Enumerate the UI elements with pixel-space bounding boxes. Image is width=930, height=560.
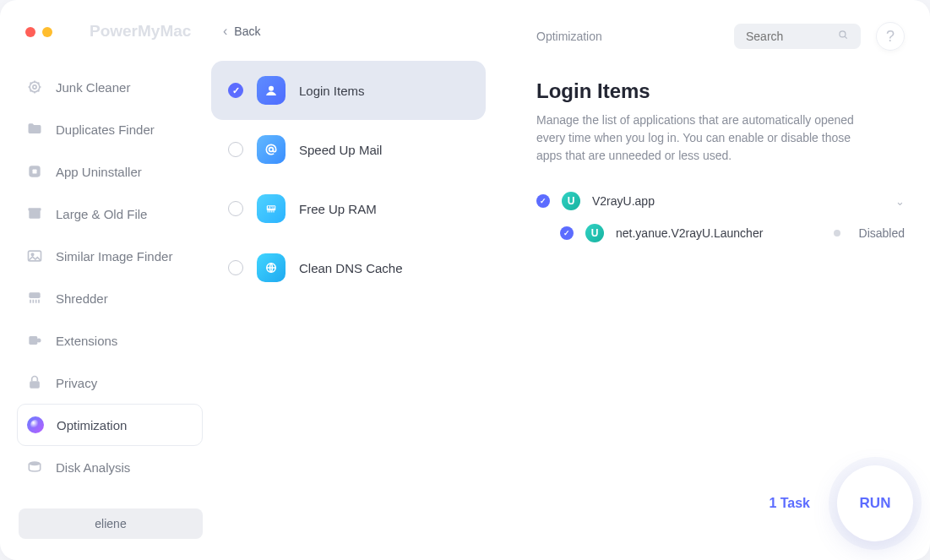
sidebar-item-duplicates-finder[interactable]: Duplicates Finder bbox=[0, 108, 211, 150]
sidebar-item-privacy[interactable]: Privacy bbox=[0, 362, 211, 404]
svg-point-10 bbox=[37, 339, 41, 343]
svg-point-13 bbox=[269, 86, 274, 91]
svg-point-1 bbox=[33, 85, 36, 89]
window-controls bbox=[25, 27, 52, 37]
at-sign-icon bbox=[257, 135, 286, 164]
svg-text:RAM: RAM bbox=[268, 206, 275, 209]
user-circle-icon bbox=[257, 76, 286, 105]
option-free-up-ram[interactable]: RAM Free Up RAM bbox=[211, 179, 486, 238]
run-button[interactable]: RUN bbox=[837, 465, 913, 541]
gear-icon bbox=[25, 78, 44, 96]
dns-globe-icon bbox=[257, 253, 286, 282]
ram-chip-icon: RAM bbox=[257, 194, 286, 223]
section-title: Login Items bbox=[536, 79, 905, 103]
back-label: Back bbox=[234, 24, 260, 38]
svg-rect-5 bbox=[29, 208, 41, 210]
folder-icon bbox=[25, 120, 44, 139]
lock-icon bbox=[25, 373, 44, 392]
v2rayu-launcher-icon: U bbox=[585, 224, 604, 242]
sidebar-item-disk-analysis[interactable]: Disk Analysis bbox=[0, 446, 211, 488]
svg-point-18 bbox=[840, 31, 846, 37]
svg-point-0 bbox=[30, 82, 40, 92]
breadcrumb: Optimization bbox=[536, 30, 602, 43]
login-item-child[interactable]: U net.yanue.V2rayU.Launcher Disabled bbox=[511, 217, 930, 249]
chevron-down-icon[interactable]: ⌄ bbox=[895, 195, 905, 208]
optimization-options-panel: ‹ Back Login Items Speed Up Mail RAM Fre… bbox=[211, 0, 511, 560]
checkbox-v2rayu-app[interactable] bbox=[536, 194, 550, 208]
run-label: RUN bbox=[860, 495, 891, 512]
question-icon: ? bbox=[886, 28, 895, 46]
checkbox-clean-dns[interactable] bbox=[228, 260, 243, 275]
checkbox-free-up-ram[interactable] bbox=[228, 201, 243, 216]
sidebar-item-label: Extensions bbox=[56, 334, 117, 348]
archive-icon bbox=[25, 204, 44, 223]
option-label: Clean DNS Cache bbox=[299, 261, 403, 275]
checkbox-speed-up-mail[interactable] bbox=[228, 142, 243, 157]
login-item-name: V2rayU.app bbox=[592, 194, 655, 208]
search-input-wrapper[interactable] bbox=[734, 24, 861, 49]
puzzle-icon bbox=[25, 331, 44, 350]
sidebar-item-label: Large & Old File bbox=[56, 207, 147, 221]
details-panel: Optimization ? Login Items Manage the li… bbox=[511, 0, 930, 560]
optimization-icon bbox=[26, 416, 45, 434]
login-item-parent[interactable]: U V2rayU.app ⌄ bbox=[511, 185, 930, 217]
checkbox-v2rayu-launcher[interactable] bbox=[560, 226, 574, 240]
status-text: Disabled bbox=[859, 226, 905, 240]
option-label: Free Up RAM bbox=[299, 202, 377, 216]
sidebar-item-label: Junk Cleaner bbox=[56, 80, 130, 95]
svg-rect-8 bbox=[29, 292, 40, 298]
checkbox-login-items[interactable] bbox=[228, 83, 243, 98]
app-title: PowerMyMac bbox=[90, 22, 191, 41]
sidebar-item-label: Duplicates Finder bbox=[56, 122, 155, 137]
svg-rect-3 bbox=[33, 170, 37, 174]
status-dot-icon bbox=[834, 230, 840, 237]
option-label: Speed Up Mail bbox=[299, 143, 382, 157]
back-button[interactable]: ‹ Back bbox=[211, 14, 511, 61]
search-input[interactable] bbox=[746, 30, 837, 43]
sidebar-item-similar-image-finder[interactable]: Similar Image Finder bbox=[0, 235, 211, 277]
svg-rect-11 bbox=[30, 381, 40, 388]
sidebar-item-label: App Uninstaller bbox=[56, 165, 142, 179]
sidebar-item-app-uninstaller[interactable]: App Uninstaller bbox=[0, 150, 211, 193]
shredder-icon bbox=[25, 289, 44, 307]
sidebar-item-extensions[interactable]: Extensions bbox=[0, 319, 211, 362]
sidebar-item-junk-cleaner[interactable]: Junk Cleaner bbox=[0, 66, 211, 108]
chevron-left-icon: ‹ bbox=[223, 24, 227, 39]
image-icon bbox=[25, 247, 44, 265]
user-badge[interactable]: eliene bbox=[19, 508, 203, 539]
svg-point-12 bbox=[29, 461, 40, 465]
sidebar-item-label: Disk Analysis bbox=[56, 460, 130, 475]
sidebar-item-optimization[interactable]: Optimization bbox=[17, 404, 203, 446]
details-header: Optimization ? bbox=[511, 14, 930, 51]
svg-point-7 bbox=[31, 253, 34, 256]
sidebar-item-label: Shredder bbox=[56, 291, 108, 306]
sidebar-item-label: Optimization bbox=[57, 418, 127, 432]
sidebar-item-shredder[interactable]: Shredder bbox=[0, 277, 211, 319]
app-icon bbox=[25, 162, 44, 181]
help-button[interactable]: ? bbox=[876, 22, 905, 51]
disk-icon bbox=[25, 458, 44, 476]
svg-rect-4 bbox=[29, 210, 40, 219]
search-icon bbox=[837, 29, 849, 44]
close-window-button[interactable] bbox=[25, 27, 35, 37]
v2rayu-app-icon: U bbox=[562, 192, 580, 210]
task-count: 1 Task bbox=[769, 496, 810, 511]
app-window: PowerMyMac Junk Cleaner Duplicates Finde… bbox=[0, 0, 930, 560]
sidebar: Junk Cleaner Duplicates Finder App Unins… bbox=[0, 0, 211, 560]
option-speed-up-mail[interactable]: Speed Up Mail bbox=[211, 120, 486, 179]
footer: 1 Task RUN bbox=[769, 465, 913, 541]
option-login-items[interactable]: Login Items bbox=[211, 61, 486, 120]
option-label: Login Items bbox=[299, 84, 365, 98]
sidebar-item-label: Privacy bbox=[56, 376, 97, 390]
sidebar-item-label: Similar Image Finder bbox=[56, 249, 172, 264]
section-description: Manage the list of applications that are… bbox=[536, 111, 879, 165]
login-item-child-name: net.yanue.V2rayU.Launcher bbox=[616, 226, 763, 240]
sidebar-item-large-old-file[interactable]: Large & Old File bbox=[0, 193, 211, 235]
minimize-window-button[interactable] bbox=[42, 27, 52, 37]
option-clean-dns-cache[interactable]: Clean DNS Cache bbox=[211, 238, 486, 297]
svg-rect-9 bbox=[29, 336, 37, 345]
